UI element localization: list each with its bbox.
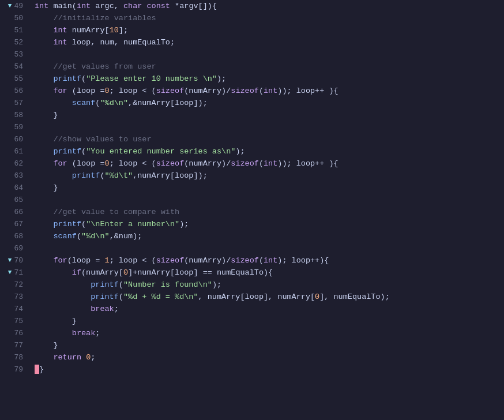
line: 65 [0, 194, 504, 206]
line-num-text: 49 [14, 0, 23, 12]
line-number: 60 [0, 133, 30, 145]
line-code[interactable]: scanf("%d\n",&num); [30, 230, 504, 242]
line: 51 int numArry[10]; [0, 24, 504, 36]
line-code[interactable]: for (loop =0; loop < (sizeof(numArry)/si… [30, 158, 504, 170]
line-num-text: 74 [14, 303, 23, 315]
line: 57 scanf("%d\n",&numArry[loop]); [0, 97, 504, 109]
line-code[interactable]: int main(int argc, char const *argv[]){ [30, 0, 504, 12]
line-num-text: 76 [14, 327, 23, 339]
line-number: 55 [0, 73, 30, 85]
line-code[interactable]: printf("You entered number series as\n")… [30, 145, 504, 158]
line-code[interactable]: //show values to user [30, 133, 504, 145]
line-number: 61 [0, 145, 30, 158]
fold-arrow-icon[interactable]: ▼ [7, 254, 12, 267]
line-number: 79 [0, 363, 30, 376]
fold-arrow-icon[interactable]: ▼ [7, 0, 12, 12]
line: 62 for (loop =0; loop < (sizeof(numArry)… [0, 158, 504, 170]
line-code[interactable]: } [30, 109, 504, 121]
line-num-text: 72 [14, 279, 23, 291]
line-code[interactable]: } [30, 363, 504, 376]
line-num-text: 73 [14, 291, 23, 303]
line: 63 printf("%d\t",numArry[loop]); [0, 170, 504, 182]
line: 75 } [0, 315, 504, 327]
line: ▼49int main(int argc, char const *argv[]… [0, 0, 504, 12]
line: 50 //initialize variables [0, 12, 504, 24]
line: 68 scanf("%d\n",&num); [0, 230, 504, 242]
line-number: 62 [0, 158, 30, 170]
line: 69 [0, 242, 504, 254]
line-num-text: 61 [14, 145, 23, 158]
line-code[interactable]: //get value to compare with [30, 206, 504, 218]
line-number: 65 [0, 194, 30, 206]
line-num-text: 77 [14, 339, 23, 351]
line-code[interactable]: int loop, num, numEqualTo; [30, 36, 504, 48]
line-num-text: 70 [14, 254, 23, 267]
line-number: 66 [0, 206, 30, 218]
line-num-text: 55 [14, 73, 23, 85]
line-num-text: 65 [14, 194, 23, 206]
fold-arrow-icon[interactable]: ▼ [7, 267, 12, 279]
line-num-text: 52 [14, 36, 23, 48]
line-code[interactable]: return 0; [30, 351, 504, 363]
line: 66 //get value to compare with [0, 206, 504, 218]
line: 56 for (loop =0; loop < (sizeof(numArry)… [0, 85, 504, 97]
line-number: 67 [0, 218, 30, 230]
line-number: 52 [0, 36, 30, 48]
line-num-text: 62 [14, 158, 23, 170]
line-num-text: 57 [14, 97, 23, 109]
line-num-text: 68 [14, 230, 23, 242]
line: 54 //get values from user [0, 61, 504, 73]
line: 73 printf("%d + %d = %d\n", numArry[loop… [0, 291, 504, 303]
line-code[interactable]: break; [30, 303, 504, 315]
line-number: 68 [0, 230, 30, 242]
line-code[interactable]: scanf("%d\n",&numArry[loop]); [30, 97, 504, 109]
line-number: 51 [0, 24, 30, 36]
code-lines: ▼49int main(int argc, char const *argv[]… [0, 0, 504, 376]
line-num-text: 58 [14, 109, 23, 121]
line-code[interactable]: printf("%d + %d = %d\n", numArry[loop], … [30, 291, 504, 303]
line-code[interactable]: } [30, 339, 504, 351]
line-num-text: 71 [14, 267, 23, 279]
line-code[interactable]: for(loop = 1; loop < (sizeof(numArry)/si… [30, 254, 504, 267]
line: 53 [0, 48, 504, 61]
line: 59 [0, 121, 504, 133]
line-code[interactable]: printf("Number is found\n"); [30, 279, 504, 291]
line-code[interactable]: //initialize variables [30, 12, 504, 24]
line: 78 return 0; [0, 351, 504, 363]
line-num-text: 51 [14, 24, 23, 36]
line-code[interactable]: printf("\nEnter a number\n"); [30, 218, 504, 230]
line-number: 59 [0, 121, 30, 133]
line-number: 50 [0, 12, 30, 24]
line-code[interactable]: } [30, 182, 504, 194]
line-num-text: 50 [14, 12, 23, 24]
line-num-text: 59 [14, 121, 23, 133]
line-number: ▼70 [0, 254, 30, 267]
code-editor: ▼49int main(int argc, char const *argv[]… [0, 0, 504, 420]
line-num-text: 53 [14, 48, 23, 61]
text-cursor [35, 365, 39, 374]
line: 79} [0, 363, 504, 376]
line-num-text: 56 [14, 85, 23, 97]
line: 60 //show values to user [0, 133, 504, 145]
line: 58 } [0, 109, 504, 121]
line-number: 64 [0, 182, 30, 194]
line-code[interactable]: int numArry[10]; [30, 24, 504, 36]
line-code[interactable]: //get values from user [30, 61, 504, 73]
line-code[interactable]: printf("Please enter 10 numbers \n"); [30, 73, 504, 85]
line-num-text: 69 [14, 242, 23, 254]
line-num-text: 75 [14, 315, 23, 327]
line-code[interactable]: for (loop =0; loop < (sizeof(numArry)/si… [30, 85, 504, 97]
line-num-text: 63 [14, 170, 23, 182]
line: 72 printf("Number is found\n"); [0, 279, 504, 291]
line: ▼70 for(loop = 1; loop < (sizeof(numArry… [0, 254, 504, 267]
line-num-text: 60 [14, 133, 23, 145]
line-num-text: 54 [14, 61, 23, 73]
line: 67 printf("\nEnter a number\n"); [0, 218, 504, 230]
line-code[interactable]: if(numArry[0]+numArry[loop] == numEqualT… [30, 267, 504, 279]
line-number: ▼49 [0, 0, 30, 12]
line-code[interactable]: } [30, 315, 504, 327]
line-num-text: 67 [14, 218, 23, 230]
line-code[interactable]: break; [30, 327, 504, 339]
line: 76 break; [0, 327, 504, 339]
line-code[interactable]: printf("%d\t",numArry[loop]); [30, 170, 504, 182]
